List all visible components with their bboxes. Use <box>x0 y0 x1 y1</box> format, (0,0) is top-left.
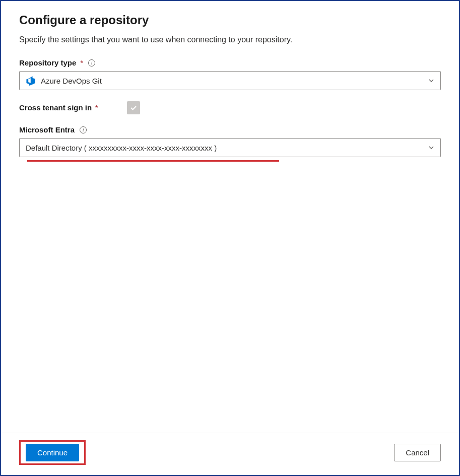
page-description: Specify the settings that you want to us… <box>19 35 441 44</box>
info-icon[interactable]: i <box>80 126 87 133</box>
dialog-content: Configure a repository Specify the setti… <box>1 1 459 433</box>
highlight-box: Continue <box>19 440 86 465</box>
dialog-footer: Continue Cancel <box>1 433 459 475</box>
chevron-down-icon <box>428 78 434 84</box>
highlight-underline <box>27 160 279 162</box>
repository-type-dropdown[interactable]: Azure DevOps Git <box>19 71 441 90</box>
cross-tenant-label: Cross tenant sign in <box>19 103 92 112</box>
info-icon[interactable]: i <box>88 59 95 66</box>
microsoft-entra-label: Microsoft Entra <box>19 125 75 134</box>
cross-tenant-label-wrap: Cross tenant sign in * <box>19 103 98 112</box>
cancel-button[interactable]: Cancel <box>394 444 441 461</box>
repository-type-value: Azure DevOps Git <box>41 77 428 85</box>
microsoft-entra-field: Microsoft Entra i Default Directory ( xx… <box>19 125 441 162</box>
azure-devops-icon <box>26 76 36 86</box>
microsoft-entra-dropdown[interactable]: Default Directory ( xxxxxxxxxx-xxxx-xxxx… <box>19 138 441 157</box>
continue-button[interactable]: Continue <box>26 444 79 461</box>
page-title: Configure a repository <box>19 13 441 27</box>
repository-type-field: Repository type * i Azure DevOps Git <box>19 58 441 90</box>
microsoft-entra-label-row: Microsoft Entra i <box>19 125 441 134</box>
checkmark-icon <box>129 104 138 112</box>
required-indicator: * <box>80 58 83 67</box>
cross-tenant-checkbox[interactable] <box>127 101 140 114</box>
repository-type-label: Repository type <box>19 58 76 67</box>
cross-tenant-field: Cross tenant sign in * <box>19 101 441 114</box>
repository-type-label-row: Repository type * i <box>19 58 441 67</box>
required-indicator: * <box>95 103 98 112</box>
microsoft-entra-value: Default Directory ( xxxxxxxxxx-xxxx-xxxx… <box>26 144 428 152</box>
chevron-down-icon <box>428 145 434 151</box>
